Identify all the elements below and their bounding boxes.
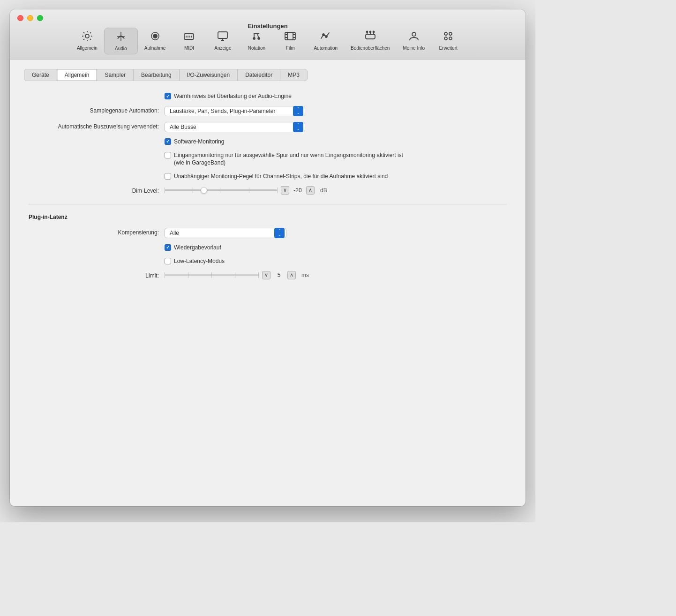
warnhinweis-control: Warnhinweis bei Überlastung der Audio-En… (165, 92, 507, 100)
svg-point-15 (258, 38, 260, 39)
settings-section: Warnhinweis bei Überlastung der Audio-En… (24, 92, 511, 279)
limit-down-btn[interactable]: ∨ (262, 271, 270, 279)
dimlevel-row: Dim-Level: ∨ -20 (29, 186, 507, 195)
svg-point-0 (85, 34, 89, 38)
unabhangig-wrapper: Unabhängiger Monitoring-Pegel für Channe… (165, 173, 388, 180)
toolbar-item-notation[interactable]: Notation (240, 28, 273, 54)
minimize-button[interactable] (27, 15, 33, 21)
ltick-75 (235, 272, 235, 278)
samplegenaue-select-wrapper: Laustärke, Pan, Sends, Plug-in-Parameter… (165, 106, 305, 116)
toolbar-item-meineinfo[interactable]: Meine Info (396, 28, 431, 54)
dimlevel-track[interactable] (165, 189, 277, 191)
kompensierung-select-wrapper: AlleAudio- und Software-Instrument-Spure… (165, 228, 286, 238)
subtab-allgemein[interactable]: Allgemein (57, 69, 98, 81)
advanced-icon (442, 30, 454, 44)
dimlevel-control: ∨ -20 ∧ dB (165, 186, 507, 195)
unabhangig-spacer (29, 173, 165, 174)
toolbar-item-anzeige[interactable]: Anzeige (206, 28, 240, 54)
tick-50 (221, 188, 221, 193)
svg-point-24 (325, 36, 327, 38)
limit-up-btn[interactable]: ∧ (287, 271, 296, 279)
subtab-mp3[interactable]: MP3 (280, 69, 307, 81)
tick-100 (277, 188, 278, 193)
titlebar: Einstellungen Allgemein (10, 9, 526, 60)
close-button[interactable] (17, 15, 23, 21)
svg-rect-25 (366, 34, 375, 39)
eingangsmonitoring-wrapper: Eingangsmonitoring nur für ausgewählte S… (165, 151, 403, 167)
wiedergabevorlauf-label: Wiedergabevorlauf (174, 244, 221, 252)
samplegenaue-select[interactable]: Laustärke, Pan, Sends, Plug-in-Parameter… (165, 106, 305, 116)
subtab-bearbeitung[interactable]: Bearbeitung (134, 69, 180, 81)
eingangsmonitoring-row: Eingangsmonitoring nur für ausgewählte S… (29, 151, 507, 167)
svg-point-4 (153, 34, 157, 38)
toolbar-item-aufnahme[interactable]: Aufnahme (138, 28, 173, 54)
low-latency-row: Low-Latency-Modus (29, 257, 507, 265)
dimlevel-thumb[interactable] (201, 187, 207, 194)
buszuweisung-select[interactable]: Alle BusseUnbenutzte Busse (165, 122, 305, 132)
software-monitoring-label: Software-Monitoring (174, 138, 224, 146)
toolbar-label-bedienoberflachen: Bedienoberflächen (351, 45, 390, 51)
eingangsmonitoring-checkbox[interactable] (165, 152, 171, 158)
svg-point-31 (373, 31, 374, 33)
main-window: Einstellungen Allgemein (10, 9, 526, 506)
eingangsmonitoring-control: Eingangsmonitoring nur für ausgewählte S… (165, 151, 507, 167)
svg-rect-10 (218, 32, 227, 38)
ltick-25 (188, 272, 188, 278)
unabhangig-checkbox[interactable] (165, 173, 171, 180)
warnhinweis-checkbox[interactable] (165, 93, 171, 99)
controller-icon (364, 30, 376, 44)
monitor-icon (217, 30, 229, 44)
buszuweisung-control: Alle BusseUnbenutzte Busse (165, 122, 507, 132)
svg-point-36 (449, 37, 452, 40)
limit-track[interactable] (165, 274, 258, 276)
samplegenaue-row: Samplegenaue Automation: Laustärke, Pan,… (29, 106, 507, 116)
warnhinweis-label: Warnhinweis bei Überlastung der Audio-En… (174, 92, 292, 100)
toolbar-item-film[interactable]: Film (273, 28, 307, 54)
warnhinweis-row: Warnhinweis bei Überlastung der Audio-En… (29, 92, 507, 100)
wiedergabevorlauf-checkbox[interactable] (165, 244, 171, 251)
software-monitoring-row: Software-Monitoring (29, 138, 507, 146)
section-separator (29, 204, 507, 204)
toolbar-item-allgemein[interactable]: Allgemein (70, 28, 104, 54)
notation-icon (250, 30, 263, 44)
software-monitoring-checkbox[interactable] (165, 138, 171, 145)
dimlevel-label: Dim-Level: (29, 186, 165, 194)
dimlevel-up-btn[interactable]: ∧ (306, 186, 315, 195)
low-latency-control: Low-Latency-Modus (165, 257, 507, 265)
svg-point-23 (323, 34, 324, 36)
ltick-0 (165, 272, 165, 278)
midi-icon (183, 30, 195, 44)
wiedergabevorlauf-row: Wiedergabevorlauf (29, 244, 507, 252)
toolbar-item-midi[interactable]: MIDI (172, 28, 206, 54)
svg-point-30 (369, 31, 371, 33)
samplegenaue-control: Laustärke, Pan, Sends, Plug-in-Parameter… (165, 106, 507, 116)
audio-icon (115, 30, 127, 45)
subtab-sampler[interactable]: Sampler (97, 69, 134, 81)
subtab-gerate[interactable]: Geräte (24, 69, 57, 81)
ltick-50 (211, 272, 212, 278)
toolbar-item-automation[interactable]: Automation (307, 28, 344, 54)
subtab-dateieditor[interactable]: Dateieditor (238, 69, 280, 81)
eingangsmonitoring-spacer (29, 151, 165, 153)
limit-control: ∨ 5 ∧ ms (165, 271, 507, 279)
toolbar-item-erweitert[interactable]: Erweitert (431, 28, 465, 54)
dimlevel-down-btn[interactable]: ∨ (281, 186, 289, 195)
limit-label: Limit: (29, 271, 165, 279)
limit-row: Limit: ∨ 5 ∧ (29, 271, 507, 279)
unabhangig-row: Unabhängiger Monitoring-Pegel für Channe… (29, 173, 507, 180)
toolbar-item-audio[interactable]: Audio (104, 28, 138, 54)
ltick-100 (258, 272, 259, 278)
toolbar-label-erweitert: Erweitert (439, 45, 457, 51)
subtab-io-zuweisungen[interactable]: I/O-Zuweisungen (180, 69, 238, 81)
svg-point-35 (444, 37, 447, 40)
fullscreen-button[interactable] (37, 15, 43, 21)
limit-slider-wrapper: ∨ 5 ∧ ms (165, 271, 309, 279)
buszuweisung-row: Automatische Buszuweisung verwendet: All… (29, 122, 507, 132)
svg-rect-5 (184, 34, 194, 39)
low-latency-checkbox[interactable] (165, 258, 171, 264)
wiedergabevorlauf-control: Wiedergabevorlauf (165, 244, 507, 252)
kompensierung-row: Kompensierung: AlleAudio- und Software-I… (29, 228, 507, 238)
low-latency-wrapper: Low-Latency-Modus (165, 257, 225, 265)
toolbar-item-bedienoberflachen[interactable]: Bedienoberflächen (344, 28, 396, 54)
kompensierung-select[interactable]: AlleAudio- und Software-Instrument-Spure… (165, 228, 286, 238)
